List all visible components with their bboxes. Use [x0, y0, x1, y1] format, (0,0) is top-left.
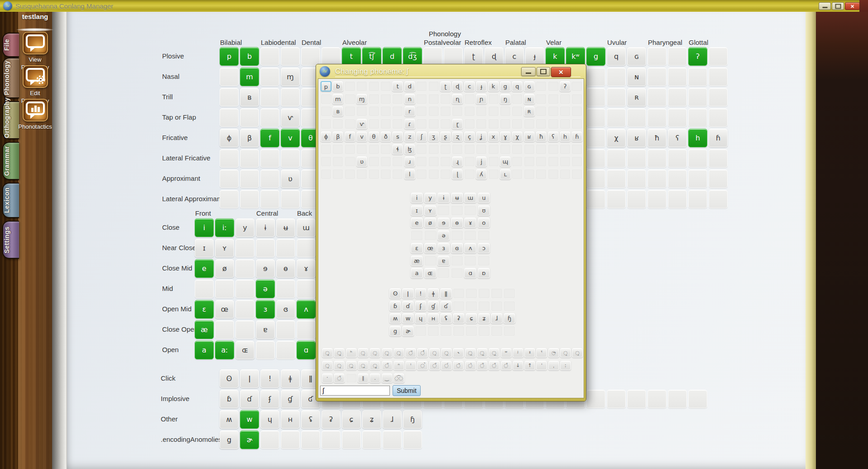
consonant-cell[interactable]: ħ: [647, 129, 667, 147]
kb-diacritic-cell[interactable]: ◌̞: [572, 348, 583, 358]
kb-vowel-cell[interactable]: e: [411, 218, 423, 228]
consonant-cell[interactable]: [240, 108, 259, 127]
consonant-cell[interactable]: [220, 88, 239, 106]
kb-consonant-cell[interactable]: k: [488, 81, 499, 92]
extra-cell[interactable]: [362, 430, 381, 449]
consonant-cell[interactable]: f: [260, 129, 279, 147]
consonant-cell[interactable]: [647, 169, 667, 188]
kb-consonant-cell[interactable]: ɳ: [452, 94, 463, 104]
extra-cell[interactable]: ɧ: [403, 410, 422, 429]
consonant-cell[interactable]: [260, 47, 279, 66]
kb-consonant-cell[interactable]: ʈ: [440, 81, 451, 92]
vowel-cell[interactable]: [256, 239, 275, 257]
vowel-cell[interactable]: [297, 320, 316, 339]
consonant-cell[interactable]: [586, 169, 605, 188]
consonant-cell[interactable]: [607, 68, 626, 86]
consonant-cell[interactable]: [260, 88, 279, 106]
kb-diacritic-cell[interactable]: ◌̰: [477, 348, 488, 358]
kb-other-cell[interactable]: ʢ: [440, 313, 452, 324]
consonant-cell[interactable]: χ: [607, 129, 626, 147]
kb-consonant-cell[interactable]: d: [404, 81, 415, 92]
extra-cell[interactable]: ʑ: [362, 410, 381, 429]
vowel-cell[interactable]: [215, 320, 234, 339]
vowel-cell[interactable]: ə: [256, 280, 275, 298]
kb-diacritic-cell[interactable]: ◌̯: [441, 348, 452, 358]
kb-other-cell[interactable]: ɓ: [389, 301, 401, 311]
kb-diacritic-cell[interactable]: ◌̺: [358, 361, 369, 370]
vowel-cell[interactable]: ʌ: [297, 300, 316, 319]
vowel-cell[interactable]: ɐ: [256, 320, 275, 339]
kb-diacritic-cell[interactable]: ‿: [382, 373, 393, 383]
vowel-cell[interactable]: [235, 239, 254, 257]
kb-diacritic-cell[interactable]: ◌̹: [358, 348, 369, 358]
consonant-cell[interactable]: [688, 149, 707, 168]
kb-diacritic-cell[interactable]: ◌̀: [465, 361, 476, 370]
consonant-cell[interactable]: d: [383, 47, 402, 66]
kb-consonant-cell[interactable]: ʃ: [416, 131, 427, 142]
kb-vowel-cell[interactable]: u: [478, 193, 490, 203]
kb-diacritic-cell[interactable]: ◌̏: [477, 361, 488, 370]
consonant-cell[interactable]: [688, 68, 707, 86]
consonant-cell[interactable]: [688, 190, 707, 208]
kb-consonant-cell[interactable]: ʙ: [332, 106, 343, 116]
kb-vowel-cell[interactable]: ə: [437, 230, 450, 241]
kb-diacritic-cell[interactable]: ◌̽: [417, 348, 428, 358]
consonant-cell[interactable]: ɢ: [627, 47, 646, 66]
consonant-cell[interactable]: [281, 47, 300, 66]
kb-vowel-cell[interactable]: ɪ: [411, 205, 423, 216]
kb-consonant-cell[interactable]: ɢ: [524, 81, 535, 92]
vowel-cell[interactable]: [235, 320, 254, 339]
consonant-cell[interactable]: [240, 149, 259, 168]
kb-diacritic-cell[interactable]: ˤ: [536, 348, 547, 358]
kb-diacritic-cell[interactable]: ◌̼: [489, 348, 499, 358]
kb-other-cell[interactable]: ʄ: [415, 301, 427, 311]
consonant-cell[interactable]: g: [586, 47, 605, 66]
kb-diacritic-cell[interactable]: ◌̴: [548, 348, 559, 358]
kb-other-cell[interactable]: ʜ: [427, 313, 439, 324]
kb-consonant-cell[interactable]: j: [476, 156, 487, 167]
kb-vowel-cell[interactable]: ø: [424, 218, 436, 228]
vowel-cell[interactable]: [215, 280, 234, 298]
kb-diacritic-cell[interactable]: ◌̠: [393, 348, 404, 358]
consonant-cell[interactable]: [647, 149, 667, 168]
consonant-cell[interactable]: [260, 108, 279, 127]
kb-vowel-cell[interactable]: ɛ: [411, 243, 423, 253]
kb-vowel-cell[interactable]: ɞ: [451, 243, 463, 253]
kb-other-cell[interactable]: ʛ: [440, 301, 452, 311]
consonant-cell[interactable]: [607, 190, 626, 208]
consonant-cell[interactable]: [220, 108, 239, 127]
kb-consonant-cell[interactable]: ʔ: [560, 81, 571, 92]
consonant-cell[interactable]: ʕ: [668, 129, 687, 147]
consonant-cell[interactable]: m: [240, 68, 259, 86]
kb-diacritic-cell[interactable]: ː: [560, 361, 571, 370]
extra-cell[interactable]: ɥ: [260, 410, 279, 429]
vowel-cell[interactable]: ɶ: [235, 341, 254, 359]
kb-consonant-cell[interactable]: c: [464, 81, 475, 92]
vowel-cell[interactable]: [297, 239, 316, 257]
vowel-cell[interactable]: [235, 280, 254, 298]
consonant-cell[interactable]: ʀ: [627, 88, 646, 106]
kb-consonant-cell[interactable]: ɦ: [571, 131, 582, 142]
kb-other-cell[interactable]: ǁ: [440, 288, 452, 299]
kb-consonant-cell[interactable]: ɱ: [356, 94, 367, 104]
kb-consonant-cell[interactable]: l: [404, 169, 415, 179]
consonant-cell[interactable]: [586, 149, 605, 168]
kb-diacritic-cell[interactable]: ◌͡◌: [393, 373, 404, 383]
vowel-cell[interactable]: æ: [195, 320, 214, 339]
kb-vowel-cell[interactable]: ɔ: [478, 243, 490, 253]
extra-cell[interactable]: [647, 390, 667, 408]
extra-cell[interactable]: [281, 430, 300, 449]
kb-vowel-cell[interactable]: ɜ: [437, 243, 450, 253]
kb-vowel-cell[interactable]: i: [411, 193, 423, 203]
consonant-cell[interactable]: t: [342, 47, 361, 66]
extra-cell[interactable]: [403, 430, 422, 449]
extra-cell[interactable]: g: [220, 430, 239, 449]
kb-consonant-cell[interactable]: ɬ: [392, 144, 403, 155]
extra-cell[interactable]: ɚ: [240, 430, 259, 449]
vowel-cell[interactable]: ɯ: [297, 218, 316, 237]
kb-consonant-cell[interactable]: ʝ: [476, 131, 487, 142]
kb-consonant-cell[interactable]: ɻ: [452, 156, 463, 167]
kb-diacritic-cell[interactable]: ◌̆: [334, 373, 345, 383]
vowel-cell[interactable]: ɛ: [195, 300, 214, 319]
consonant-cell[interactable]: [668, 190, 687, 208]
